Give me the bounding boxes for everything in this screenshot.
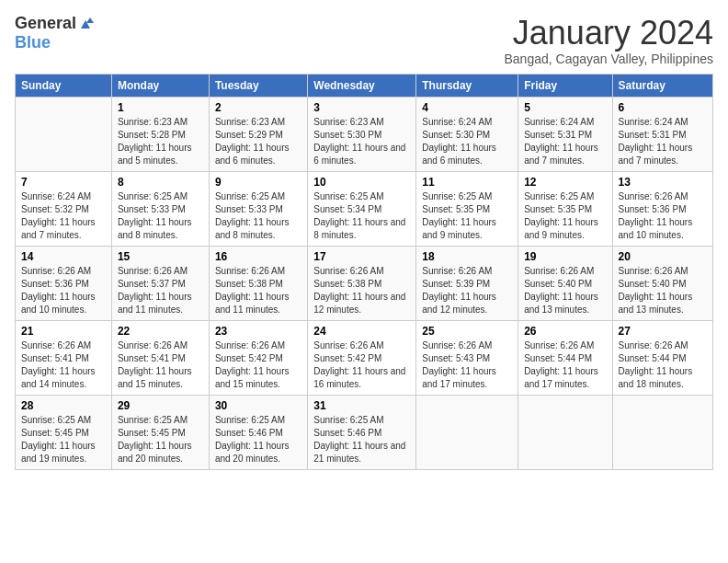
logo-general: General xyxy=(15,14,76,32)
day-number: 14 xyxy=(21,250,106,263)
day-cell xyxy=(518,395,612,469)
day-cell xyxy=(16,97,112,171)
day-cell: 10Sunrise: 6:25 AMSunset: 5:34 PMDayligh… xyxy=(308,171,416,246)
day-cell: 28Sunrise: 6:25 AMSunset: 5:45 PMDayligh… xyxy=(16,395,112,469)
day-number: 31 xyxy=(313,399,410,412)
day-info: Sunrise: 6:26 AMSunset: 5:44 PMDaylight:… xyxy=(619,339,707,391)
column-header-tuesday: Tuesday xyxy=(209,74,307,97)
day-cell: 27Sunrise: 6:26 AMSunset: 5:44 PMDayligh… xyxy=(612,320,712,395)
day-number: 26 xyxy=(524,325,606,338)
logo: General Blue xyxy=(15,15,95,52)
day-number: 12 xyxy=(524,176,606,189)
day-number: 9 xyxy=(215,176,301,189)
day-info: Sunrise: 6:23 AMSunset: 5:28 PMDaylight:… xyxy=(118,116,203,167)
day-cell: 15Sunrise: 6:26 AMSunset: 5:37 PMDayligh… xyxy=(111,246,209,320)
day-number: 1 xyxy=(118,101,203,114)
title-block: January 2024 Bangad, Cagayan Valley, Phi… xyxy=(504,15,713,66)
day-info: Sunrise: 6:25 AMSunset: 5:45 PMDaylight:… xyxy=(118,414,203,465)
day-info: Sunrise: 6:24 AMSunset: 5:31 PMDaylight:… xyxy=(524,116,606,167)
day-info: Sunrise: 6:26 AMSunset: 5:38 PMDaylight:… xyxy=(215,265,301,316)
day-number: 20 xyxy=(619,250,707,263)
day-cell: 23Sunrise: 6:26 AMSunset: 5:42 PMDayligh… xyxy=(209,320,307,395)
day-info: Sunrise: 6:24 AMSunset: 5:31 PMDaylight:… xyxy=(619,116,707,167)
header-row: SundayMondayTuesdayWednesdayThursdayFrid… xyxy=(16,74,713,97)
day-info: Sunrise: 6:26 AMSunset: 5:40 PMDaylight:… xyxy=(524,265,606,316)
day-number: 28 xyxy=(21,399,106,412)
day-info: Sunrise: 6:26 AMSunset: 5:41 PMDaylight:… xyxy=(21,339,106,391)
day-number: 2 xyxy=(215,101,301,114)
day-cell: 19Sunrise: 6:26 AMSunset: 5:40 PMDayligh… xyxy=(518,246,612,320)
day-cell: 9Sunrise: 6:25 AMSunset: 5:33 PMDaylight… xyxy=(209,171,307,246)
day-info: Sunrise: 6:26 AMSunset: 5:38 PMDaylight:… xyxy=(313,265,410,316)
day-number: 29 xyxy=(118,399,203,412)
day-number: 23 xyxy=(215,325,301,338)
day-number: 30 xyxy=(215,399,301,412)
page-header: General Blue January 2024 Bangad, Cagaya… xyxy=(15,15,713,66)
day-cell: 4Sunrise: 6:24 AMSunset: 5:30 PMDaylight… xyxy=(416,97,518,171)
day-number: 8 xyxy=(118,176,203,189)
day-cell: 8Sunrise: 6:25 AMSunset: 5:33 PMDaylight… xyxy=(111,171,209,246)
day-cell: 18Sunrise: 6:26 AMSunset: 5:39 PMDayligh… xyxy=(416,246,518,320)
day-number: 25 xyxy=(422,325,512,338)
day-cell: 24Sunrise: 6:26 AMSunset: 5:42 PMDayligh… xyxy=(308,320,416,395)
day-cell: 11Sunrise: 6:25 AMSunset: 5:35 PMDayligh… xyxy=(416,171,518,246)
week-row-1: 1Sunrise: 6:23 AMSunset: 5:28 PMDaylight… xyxy=(16,97,713,171)
day-info: Sunrise: 6:26 AMSunset: 5:41 PMDaylight:… xyxy=(118,339,203,391)
day-number: 18 xyxy=(422,250,512,263)
day-info: Sunrise: 6:23 AMSunset: 5:29 PMDaylight:… xyxy=(215,116,301,167)
calendar-subtitle: Bangad, Cagayan Valley, Philippines xyxy=(504,52,713,66)
day-cell: 25Sunrise: 6:26 AMSunset: 5:43 PMDayligh… xyxy=(416,320,518,395)
day-info: Sunrise: 6:26 AMSunset: 5:42 PMDaylight:… xyxy=(215,339,301,391)
day-cell xyxy=(416,395,518,469)
day-cell: 22Sunrise: 6:26 AMSunset: 5:41 PMDayligh… xyxy=(111,320,209,395)
day-number: 16 xyxy=(215,250,301,263)
day-cell: 1Sunrise: 6:23 AMSunset: 5:28 PMDaylight… xyxy=(111,97,209,171)
day-info: Sunrise: 6:26 AMSunset: 5:44 PMDaylight:… xyxy=(524,339,606,391)
week-row-5: 28Sunrise: 6:25 AMSunset: 5:45 PMDayligh… xyxy=(16,395,713,469)
day-number: 4 xyxy=(422,101,512,114)
day-info: Sunrise: 6:26 AMSunset: 5:42 PMDaylight:… xyxy=(313,339,410,391)
day-cell: 21Sunrise: 6:26 AMSunset: 5:41 PMDayligh… xyxy=(16,320,112,395)
day-cell: 14Sunrise: 6:26 AMSunset: 5:36 PMDayligh… xyxy=(16,246,112,320)
day-info: Sunrise: 6:25 AMSunset: 5:34 PMDaylight:… xyxy=(313,190,410,242)
day-cell: 5Sunrise: 6:24 AMSunset: 5:31 PMDaylight… xyxy=(518,97,612,171)
day-number: 27 xyxy=(619,325,707,338)
day-info: Sunrise: 6:24 AMSunset: 5:30 PMDaylight:… xyxy=(422,116,512,167)
column-header-thursday: Thursday xyxy=(416,74,518,97)
day-info: Sunrise: 6:26 AMSunset: 5:36 PMDaylight:… xyxy=(21,265,106,316)
day-info: Sunrise: 6:25 AMSunset: 5:33 PMDaylight:… xyxy=(118,190,203,242)
day-number: 10 xyxy=(313,176,410,189)
day-cell: 13Sunrise: 6:26 AMSunset: 5:36 PMDayligh… xyxy=(612,171,712,246)
day-cell: 31Sunrise: 6:25 AMSunset: 5:46 PMDayligh… xyxy=(308,395,416,469)
day-cell: 3Sunrise: 6:23 AMSunset: 5:30 PMDaylight… xyxy=(308,97,416,171)
column-header-friday: Friday xyxy=(518,74,612,97)
day-number: 13 xyxy=(619,176,707,189)
day-cell: 7Sunrise: 6:24 AMSunset: 5:32 PMDaylight… xyxy=(16,171,112,246)
day-number: 21 xyxy=(21,325,106,338)
column-header-sunday: Sunday xyxy=(16,74,112,97)
day-cell: 12Sunrise: 6:25 AMSunset: 5:35 PMDayligh… xyxy=(518,171,612,246)
day-number: 7 xyxy=(21,176,106,189)
day-info: Sunrise: 6:26 AMSunset: 5:36 PMDaylight:… xyxy=(619,190,707,242)
day-info: Sunrise: 6:26 AMSunset: 5:37 PMDaylight:… xyxy=(118,265,203,316)
day-number: 11 xyxy=(422,176,512,189)
day-number: 6 xyxy=(619,101,707,114)
day-cell: 20Sunrise: 6:26 AMSunset: 5:40 PMDayligh… xyxy=(612,246,712,320)
day-number: 24 xyxy=(313,325,410,338)
column-header-wednesday: Wednesday xyxy=(308,74,416,97)
day-cell: 17Sunrise: 6:26 AMSunset: 5:38 PMDayligh… xyxy=(308,246,416,320)
day-info: Sunrise: 6:25 AMSunset: 5:35 PMDaylight:… xyxy=(524,190,606,242)
day-cell: 29Sunrise: 6:25 AMSunset: 5:45 PMDayligh… xyxy=(111,395,209,469)
svg-marker-0 xyxy=(86,17,94,23)
day-info: Sunrise: 6:24 AMSunset: 5:32 PMDaylight:… xyxy=(21,190,106,242)
day-info: Sunrise: 6:26 AMSunset: 5:43 PMDaylight:… xyxy=(422,339,512,391)
day-cell: 6Sunrise: 6:24 AMSunset: 5:31 PMDaylight… xyxy=(612,97,712,171)
day-cell: 2Sunrise: 6:23 AMSunset: 5:29 PMDaylight… xyxy=(209,97,307,171)
day-number: 5 xyxy=(524,101,606,114)
week-row-2: 7Sunrise: 6:24 AMSunset: 5:32 PMDaylight… xyxy=(16,171,713,246)
day-info: Sunrise: 6:23 AMSunset: 5:30 PMDaylight:… xyxy=(313,116,410,167)
day-info: Sunrise: 6:26 AMSunset: 5:40 PMDaylight:… xyxy=(619,265,707,316)
column-header-saturday: Saturday xyxy=(612,74,712,97)
day-cell xyxy=(612,395,712,469)
calendar-table: SundayMondayTuesdayWednesdayThursdayFrid… xyxy=(15,74,713,470)
